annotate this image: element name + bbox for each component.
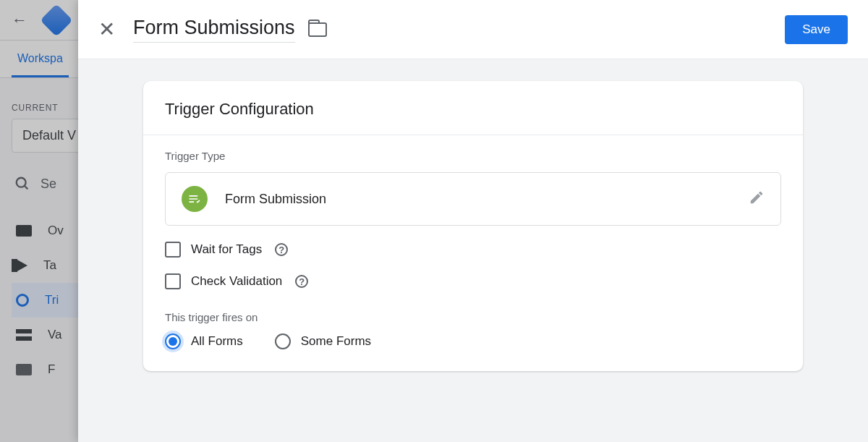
radio-label: Some Forms xyxy=(301,334,371,349)
save-button[interactable]: Save xyxy=(785,15,848,44)
check-validation-checkbox[interactable] xyxy=(165,273,181,289)
trigger-type-label: Trigger Type xyxy=(165,150,781,162)
radio-label: All Forms xyxy=(191,334,243,349)
trigger-editor-modal: ✕ Form Submissions Save Trigger Configur… xyxy=(78,0,868,442)
fires-on-radio-group: All Forms Some Forms xyxy=(165,333,781,349)
wait-for-tags-label: Wait for Tags xyxy=(191,242,262,257)
trigger-config-card: Trigger Configuration Trigger Type Form … xyxy=(143,81,803,371)
radio-all-forms[interactable]: All Forms xyxy=(165,333,243,349)
modal-header: ✕ Form Submissions Save xyxy=(78,0,868,59)
wait-for-tags-row: Wait for Tags ? xyxy=(165,242,781,258)
wait-for-tags-checkbox[interactable] xyxy=(165,242,181,258)
radio-some-forms[interactable]: Some Forms xyxy=(275,333,371,349)
check-validation-label: Check Validation xyxy=(191,274,282,289)
trigger-type-row[interactable]: Form Submission xyxy=(165,172,781,226)
radio-icon-selected xyxy=(165,333,181,349)
modal-body: Trigger Configuration Trigger Type Form … xyxy=(78,59,868,442)
card-title: Trigger Configuration xyxy=(143,81,803,135)
folder-icon[interactable] xyxy=(308,22,327,37)
edit-icon[interactable] xyxy=(749,190,765,208)
trigger-name-input[interactable]: Form Submissions xyxy=(133,17,295,43)
check-validation-row: Check Validation ? xyxy=(165,273,781,289)
help-icon[interactable]: ? xyxy=(275,243,288,256)
radio-icon xyxy=(275,333,291,349)
trigger-type-value: Form Submission xyxy=(225,192,326,207)
form-submission-icon xyxy=(182,186,208,212)
fires-on-label: This trigger fires on xyxy=(165,311,781,323)
close-icon[interactable]: ✕ xyxy=(98,17,127,41)
help-icon[interactable]: ? xyxy=(295,275,308,288)
